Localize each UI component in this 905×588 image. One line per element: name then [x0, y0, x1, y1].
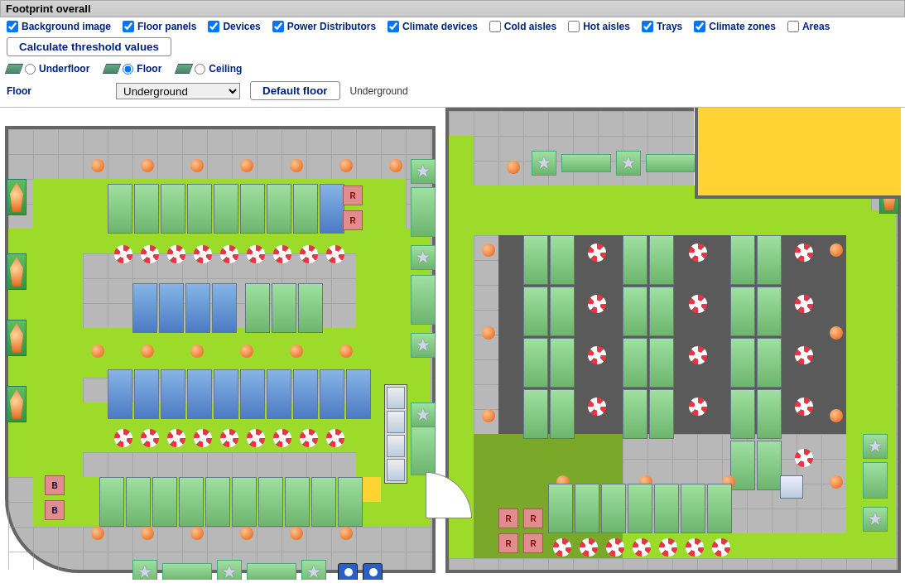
floor-select[interactable]: Underground — [116, 83, 240, 99]
room-left: R R B B ★ ★ ★ ★ ★ ★ ★ — [5, 126, 436, 573]
cb-hot-aisles[interactable]: Hot aisles — [568, 21, 630, 32]
panel-title: Footprint overall — [0, 0, 905, 17]
floor-label: Floor — [7, 85, 106, 97]
default-floor-button[interactable]: Default floor — [250, 81, 340, 100]
cb-climate-devices[interactable]: Climate devices — [388, 21, 478, 32]
layer-underfloor[interactable]: Underfloor — [7, 63, 89, 75]
layer-ceiling[interactable]: Ceiling — [176, 63, 242, 75]
view-options-toolbar: Background image Floor panels Devices Po… — [0, 17, 905, 36]
layer-floor[interactable]: Floor — [104, 63, 161, 75]
cb-devices[interactable]: Devices — [208, 21, 260, 32]
cb-cold-aisles[interactable]: Cold aisles — [489, 21, 556, 32]
floor-status: Underground — [350, 85, 408, 97]
cb-power-distributors[interactable]: Power Distributors — [272, 21, 376, 32]
cb-trays[interactable]: Trays — [642, 21, 682, 32]
cb-climate-zones[interactable]: Climate zones — [694, 21, 776, 32]
cb-floor-panels[interactable]: Floor panels — [123, 21, 196, 32]
calculate-button[interactable]: Calculate threshold values — [7, 37, 171, 56]
cb-areas[interactable]: Areas — [787, 21, 830, 32]
room-right: ★ ★ ★ — [445, 108, 901, 573]
floorplan-canvas[interactable]: R R B B ★ ★ ★ ★ ★ ★ ★ ★ ★ ★ — [0, 108, 905, 580]
cb-background[interactable]: Background image — [7, 21, 111, 32]
